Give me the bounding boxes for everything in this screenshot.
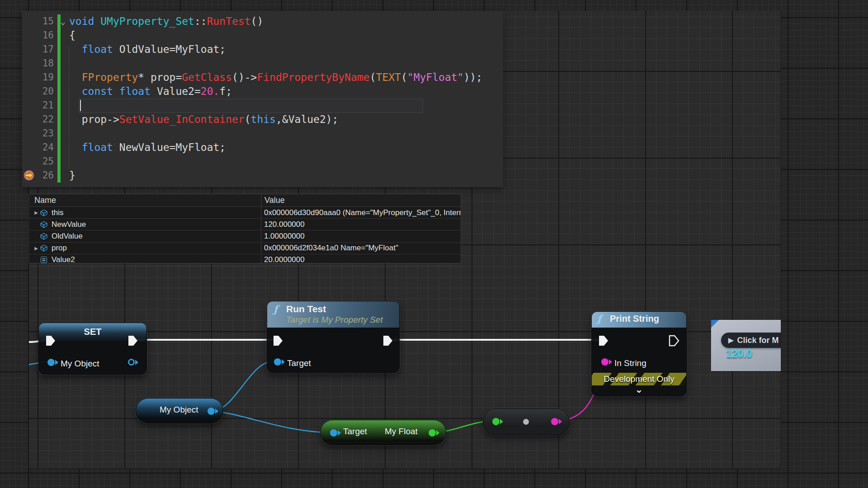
in-string-input-pin[interactable] xyxy=(601,358,615,366)
watch-row[interactable]: NewValue120.000000 xyxy=(29,219,461,230)
line-number[interactable]: 16 xyxy=(22,28,56,42)
object-output-pin[interactable] xyxy=(208,408,221,415)
exec-in-pin[interactable] xyxy=(273,335,283,347)
print-string-title: Print String xyxy=(610,314,659,324)
code-editor[interactable]: 15⌄void UMyProperty_Set::RunTest()16{17 … xyxy=(22,11,503,187)
my-object-label: My Object xyxy=(160,405,198,415)
code-lines: 15⌄void UMyProperty_Set::RunTest()16{17 … xyxy=(22,14,503,183)
watch-header-row: Name Value xyxy=(29,194,461,207)
object-type-icon xyxy=(40,209,49,217)
debugger-watch-panel[interactable]: Name Value ▶this0x000006d30d90aaa0 (Name… xyxy=(28,194,461,263)
code-text: float NewValue=MyFloat; xyxy=(69,141,226,155)
code-text: { xyxy=(69,28,75,42)
my-object-getter-node[interactable]: My Object xyxy=(136,398,223,423)
object-output-pin[interactable] xyxy=(128,359,141,366)
watch-row[interactable]: Value220.0000000 xyxy=(29,254,461,266)
code-token: () xyxy=(251,15,264,27)
exec-in-pin[interactable] xyxy=(45,335,56,347)
line-number[interactable]: 18 xyxy=(22,56,56,70)
code-token: const float xyxy=(82,85,157,97)
code-token: Value2= xyxy=(157,85,201,97)
exec-out-pin[interactable] xyxy=(382,335,393,347)
float-output-pin[interactable] xyxy=(429,429,442,436)
code-line[interactable]: 24 float NewValue=MyFloat; xyxy=(22,141,503,155)
watch-row[interactable]: ▶this0x000006d30d90aaa0 (Name="MyPropert… xyxy=(29,207,461,219)
code-line[interactable]: 22 prop->SetValue_InContainer(this,&Valu… xyxy=(22,113,503,127)
code-token: ,&Value2); xyxy=(276,113,338,125)
fold-chevron-icon[interactable]: ⌄ xyxy=(60,14,66,28)
code-token: NewValue=MyFloat; xyxy=(119,141,226,153)
variable-name: this xyxy=(52,208,63,217)
code-line[interactable]: 26} xyxy=(22,169,503,183)
variable-name: OldValue xyxy=(52,232,83,241)
float-to-string-conversion-node[interactable] xyxy=(483,408,570,435)
variable-value: 0x000006d2f034e1a0 Name="MyFloat" xyxy=(260,244,461,253)
conversion-dot-icon xyxy=(523,419,529,425)
code-token: TEXT xyxy=(376,71,401,83)
watch-row[interactable]: OldValue1.00000000 xyxy=(29,230,461,242)
unreal-editor-screen: SET My Object ƒ Run Test Target is My Pr… xyxy=(0,0,868,488)
expand-node-chevron-icon[interactable]: ⌄ xyxy=(592,386,686,393)
watch-rows: ▶this0x000006d30d90aaa0 (Name="MyPropert… xyxy=(29,207,461,266)
code-token: this xyxy=(251,113,276,125)
code-text: const float Value2=20.f; xyxy=(69,84,232,99)
print-string-node[interactable]: ƒ Print String In String Development Onl… xyxy=(591,311,687,396)
code-token: ( xyxy=(370,71,376,83)
watch-corner-icon xyxy=(711,320,719,328)
code-line[interactable]: 16{ xyxy=(22,28,503,42)
code-token: 20. xyxy=(201,85,220,97)
variable-name: prop xyxy=(52,244,67,253)
float-input-pin[interactable] xyxy=(492,418,506,425)
column-divider[interactable] xyxy=(261,194,261,263)
code-token: float xyxy=(82,43,119,55)
code-token: "MyFloat" xyxy=(407,71,464,83)
line-number[interactable]: 25 xyxy=(22,155,56,169)
target-pin-label: Target xyxy=(343,427,367,436)
variable-value: 1.00000000 xyxy=(260,232,461,241)
code-line[interactable]: 19 FProperty* prop=GetClass()->FindPrope… xyxy=(22,70,503,84)
code-token: void xyxy=(69,15,100,27)
target-input-pin[interactable] xyxy=(330,429,344,436)
exec-out-pin[interactable] xyxy=(127,335,138,347)
string-output-pin[interactable] xyxy=(551,418,565,425)
exec-out-pin-unconnected[interactable] xyxy=(669,335,679,347)
my-object-input-pin[interactable] xyxy=(47,359,61,366)
line-number[interactable]: 20 xyxy=(22,84,56,99)
execution-pointer-icon[interactable] xyxy=(24,170,34,181)
value-column-header[interactable]: Value xyxy=(261,196,285,205)
line-number[interactable]: 23 xyxy=(22,127,56,141)
name-column-header[interactable]: Name xyxy=(29,196,261,205)
code-token: OldValue=MyFloat; xyxy=(119,43,226,55)
code-line[interactable]: 18 xyxy=(22,56,503,70)
line-number[interactable]: 21 xyxy=(22,99,56,113)
set-node[interactable]: SET My Object xyxy=(38,323,147,375)
watch-row[interactable]: ▶prop0x000006d2f034e1a0 Name="MyFloat" xyxy=(29,243,461,254)
line-number[interactable]: 22 xyxy=(22,113,56,127)
code-token xyxy=(69,85,82,97)
code-token: RunTest xyxy=(207,15,251,27)
line-number[interactable]: 24 xyxy=(22,141,56,155)
object-type-icon xyxy=(40,244,49,252)
code-line[interactable]: 23 xyxy=(22,127,503,141)
run-test-title: Run Test xyxy=(286,304,326,314)
variable-name: NewValue xyxy=(52,220,86,229)
run-test-node[interactable]: ƒ Run Test Target is My Property Set Tar… xyxy=(267,301,400,373)
code-line[interactable]: 15⌄void UMyProperty_Set::RunTest() xyxy=(22,14,503,28)
code-text: float OldValue=MyFloat; xyxy=(69,42,226,56)
code-line[interactable]: 25 xyxy=(22,155,503,169)
expand-arrow-icon[interactable]: ▶ xyxy=(33,246,40,251)
code-token: )); xyxy=(463,71,482,83)
line-number[interactable]: 19 xyxy=(22,70,56,84)
get-my-float-node[interactable]: Target My Float xyxy=(320,420,446,445)
line-number[interactable]: 17 xyxy=(22,42,56,56)
expand-arrow-icon[interactable]: ▶ xyxy=(33,210,40,215)
code-line[interactable]: 17 float OldValue=MyFloat; xyxy=(22,42,503,56)
code-token: GetClass xyxy=(182,71,232,83)
click-for-more-button[interactable]: ▶ Click for M xyxy=(721,333,781,348)
code-text: FProperty* prop=GetClass()->FindProperty… xyxy=(69,70,482,84)
code-line[interactable]: 20 const float Value2=20.f; xyxy=(22,84,503,99)
line-number[interactable]: 15 xyxy=(22,14,56,28)
code-line[interactable]: 21 xyxy=(22,99,503,113)
exec-in-pin[interactable] xyxy=(598,335,609,347)
target-input-pin[interactable] xyxy=(274,358,288,366)
